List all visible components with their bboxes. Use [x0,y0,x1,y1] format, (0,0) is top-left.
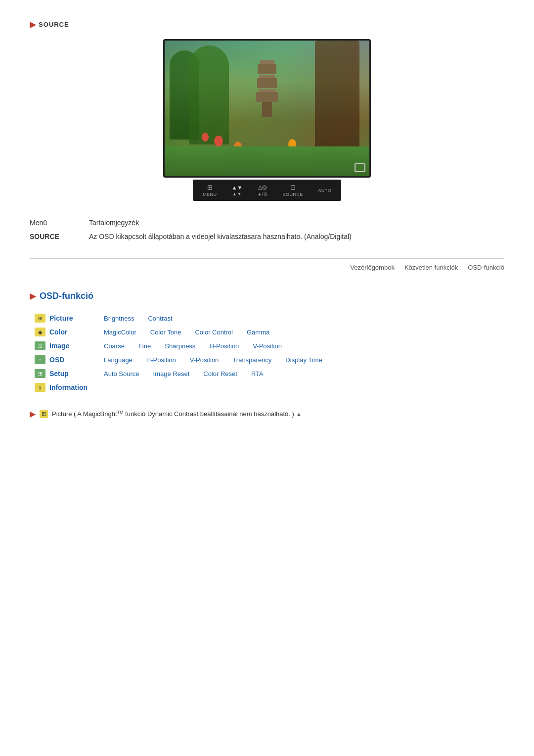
brightness-ctrl-label: ▲/◎ [258,191,268,196]
vposition-image-link[interactable]: V-Position [253,342,282,350]
table-col2-header: Tartalomjegyzék [89,219,504,227]
source-title: SOURCE [39,21,69,28]
osd-menu-setup[interactable]: ⊞ Setup [35,369,104,378]
sharpness-link[interactable]: Sharpness [165,342,195,350]
camera-icon [355,163,365,172]
ctrl-auto: AUTO [318,188,331,193]
ctrl-updown: ▲▼ ▲▼ [232,185,243,196]
hposition-osd-link[interactable]: H-Position [146,356,176,364]
image-icon: ⊡ [35,341,45,350]
language-link[interactable]: Language [104,356,133,364]
color-label: Color [49,328,68,336]
monitor-screen [163,39,371,178]
table-col1-header: Menü [30,219,89,227]
information-label: Information [49,383,88,391]
setup-icon: ⊞ [35,369,45,378]
brightness-link[interactable]: Brightness [104,315,134,322]
osd-row-osd: ≡ OSD Language H-Position V-Position Tra… [35,353,504,367]
bottom-note: ▶ ⊞ Picture ( A MagicBrightTM funkció Dy… [30,409,504,419]
image-sub-items: Coarse Fine Sharpness H-Position V-Posit… [104,342,504,350]
picture-icon: ⊞ [35,314,45,323]
color-icon: ◉ [35,328,45,336]
image-label: Image [49,342,69,350]
transparency-link[interactable]: Transparency [232,356,271,364]
source-icon: ▶ [30,20,36,29]
fine-link[interactable]: Fine [138,342,151,350]
imagereset-link[interactable]: Image Reset [153,370,190,378]
table-header-row: Menü Tartalomjegyzék [30,216,504,230]
bottom-note-icon: ▶ [30,409,36,419]
osd-menu-image[interactable]: ⊡ Image [35,341,104,350]
osd-osd-label: OSD [49,356,64,364]
osd-menu-icon: ≡ [35,355,45,364]
gamma-link[interactable]: Gamma [247,329,269,336]
osd-menu-color[interactable]: ◉ Color [35,328,104,336]
brightness-ctrl-icon: △◎ [258,184,267,190]
source-header: ▶ SOURCE [30,20,504,29]
autosource-link[interactable]: Auto Source [104,370,139,378]
ctrl-brightness: △◎ ▲/◎ [258,184,268,196]
source-ctrl-label: SOURCE [283,192,304,197]
osd-menu-osd[interactable]: ≡ OSD [35,355,104,364]
osd-menu-information[interactable]: ℹ Information [35,383,104,392]
hposition-image-link[interactable]: H-Position [209,342,239,350]
osd-row-setup: ⊞ Setup Auto Source Image Reset Color Re… [35,367,504,380]
nav-item-direct[interactable]: Közvetlen funkciók [404,264,458,271]
vposition-osd-link[interactable]: V-Position [190,356,219,364]
osd-row-information: ℹ Information [35,380,504,394]
setup-label: Setup [49,370,69,378]
setup-sub-items: Auto Source Image Reset Color Reset RTA [104,370,504,378]
bottom-note-text: Picture ( A MagicBrightTM funkció Dynami… [52,410,302,418]
monitor-container: ⊞ MENU ▲▼ ▲▼ △◎ ▲/◎ ⊡ SOURCE AUTO [30,39,504,201]
colorreset-link[interactable]: Color Reset [203,370,237,378]
colortone-link[interactable]: Color Tone [150,329,181,336]
contrast-link[interactable]: Contrast [148,315,172,322]
osd-section-title: OSD-funkció [40,291,93,301]
coarse-link[interactable]: Coarse [104,342,125,350]
magiccolor-link[interactable]: MagicColor [104,329,136,336]
picture-sub-items: Brightness Contrast [104,315,504,322]
updown-ctrl-label: ▲▼ [232,191,242,196]
auto-ctrl-label: AUTO [318,188,331,193]
colorcontrol-link[interactable]: Color Control [195,329,233,336]
osd-header-icon: ▶ [30,291,36,301]
table-source-label: SOURCE [30,233,89,240]
table-source-content: Az OSD kikapcsolt állapotában a videojel… [89,233,504,240]
bottom-triangle-icon: ▲ [296,411,302,418]
control-bar: ⊞ MENU ▲▼ ▲▼ △◎ ▲/◎ ⊡ SOURCE AUTO [193,180,341,201]
osd-grid: ⊞ Picture Brightness Contrast ◉ Color Ma… [35,311,504,394]
ctrl-menu: ⊞ MENU [203,184,217,197]
osd-row-picture: ⊞ Picture Brightness Contrast [35,311,504,325]
osd-row-color: ◉ Color MagicColor Color Tone Color Cont… [35,325,504,339]
rta-link[interactable]: RTA [251,370,264,378]
osd-sub-items: Language H-Position V-Position Transpare… [104,356,504,364]
osd-row-image: ⊡ Image Coarse Fine Sharpness H-Position… [35,339,504,353]
picture-label: Picture [49,314,73,322]
nav-item-controls[interactable]: Vezérlőgombok [350,264,395,271]
color-sub-items: MagicColor Color Tone Color Control Gamm… [104,329,504,336]
menu-ctrl-icon: ⊞ [207,184,213,191]
information-icon: ℹ [35,383,45,392]
nav-links: Vezérlőgombok Közvetlen funkciók OSD-fun… [30,258,504,271]
table-section: Menü Tartalomjegyzék SOURCE Az OSD kikap… [30,216,504,243]
ctrl-source: ⊡ SOURCE [283,184,304,197]
updown-ctrl-icon: ▲▼ [232,185,243,190]
displaytime-link[interactable]: Display Time [285,356,322,364]
osd-menu-picture[interactable]: ⊞ Picture [35,314,104,323]
bottom-note-icon2: ⊞ [40,410,48,418]
osd-section-header: ▶ OSD-funkció [30,291,504,301]
nav-item-osd[interactable]: OSD-funkció [468,264,504,271]
table-source-row: SOURCE Az OSD kikapcsolt állapotában a v… [30,230,504,243]
source-ctrl-icon: ⊡ [290,184,296,191]
menu-ctrl-label: MENU [203,192,217,197]
